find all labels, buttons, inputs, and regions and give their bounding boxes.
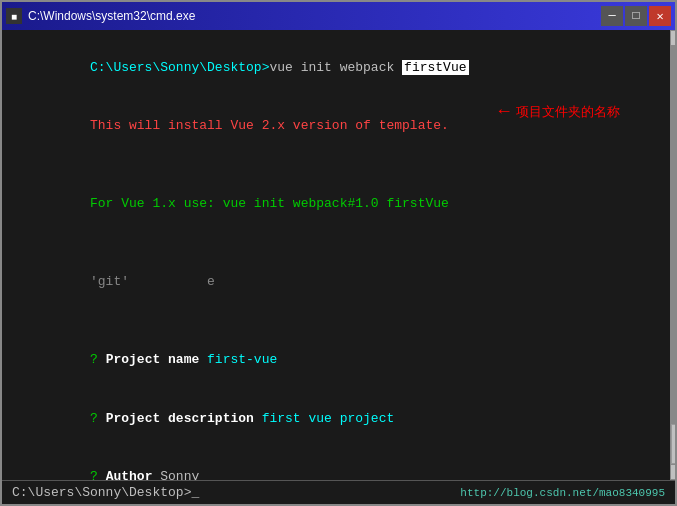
content-area: C:\Users\Sonny\Desktop>vue init webpack …	[2, 30, 675, 480]
statusbar-prompt: C:\Users\Sonny\Desktop>_	[12, 485, 199, 500]
empty-line-2	[12, 233, 660, 253]
author-label: Author	[106, 469, 161, 480]
scroll-down-arrow[interactable]: ▼	[670, 464, 675, 480]
close-button[interactable]: ✕	[649, 6, 671, 26]
scrollbar[interactable]: ▲ ▼	[670, 30, 675, 480]
proj-name-val: first-vue	[207, 352, 277, 367]
scroll-up-arrow[interactable]: ▲	[670, 30, 675, 46]
author-val: Sonny	[160, 469, 199, 480]
cmd-icon: ■	[6, 8, 22, 24]
git-e: e	[207, 274, 215, 289]
author-line: ? Author Sonny	[12, 448, 660, 481]
firstVue-highlight: firstVue	[402, 60, 468, 75]
prompt-text: C:\Users\Sonny\Desktop>	[90, 60, 269, 75]
q-mark-1: ?	[90, 352, 106, 367]
titlebar-buttons: ─ □ ✕	[601, 6, 671, 26]
annotation: ← 项目文件夹的名称	[499, 98, 620, 125]
vue1x-text: For Vue 1.x use: vue init webpack#1.0 fi…	[90, 196, 449, 211]
window-title: C:\Windows\system32\cmd.exe	[28, 9, 195, 23]
proj-desc-val: first vue project	[262, 411, 395, 426]
maximize-button[interactable]: □	[625, 6, 647, 26]
annotation-text: 项目文件夹的名称	[516, 102, 620, 122]
q-mark-3: ?	[90, 469, 106, 480]
statusbar: C:\Users\Sonny\Desktop>_ http://blog.csd…	[2, 480, 675, 504]
terminal[interactable]: C:\Users\Sonny\Desktop>vue init webpack …	[2, 30, 670, 480]
vue1x-line: For Vue 1.x use: vue init webpack#1.0 fi…	[12, 175, 660, 234]
proj-desc-line: ? Project description first vue project	[12, 389, 660, 448]
cmd-line-1: C:\Users\Sonny\Desktop>vue init webpack …	[12, 38, 660, 97]
q-mark-2: ?	[90, 411, 106, 426]
proj-name-label: Project name	[106, 352, 207, 367]
empty-line-3	[12, 311, 660, 331]
warn-text: This will install Vue 2.x version of tem…	[90, 118, 449, 133]
proj-desc-label: Project description	[106, 411, 262, 426]
titlebar-left: ■ C:\Windows\system32\cmd.exe	[6, 8, 195, 24]
git-text: 'git'	[90, 274, 129, 289]
cmd-text: vue init webpack	[269, 60, 402, 75]
minimize-button[interactable]: ─	[601, 6, 623, 26]
git-spacing	[129, 274, 207, 289]
scrollbar-track[interactable]	[671, 46, 675, 464]
statusbar-url: http://blog.csdn.net/mao8340995	[460, 487, 665, 499]
scrollbar-thumb[interactable]	[671, 424, 675, 464]
empty-line-1	[12, 155, 660, 175]
proj-name-line: ? Project name first-vue	[12, 331, 660, 390]
window: ■ C:\Windows\system32\cmd.exe ─ □ ✕ C:\U…	[0, 0, 677, 506]
terminal-wrapper: C:\Users\Sonny\Desktop>vue init webpack …	[2, 30, 670, 480]
git-line: 'git' e	[12, 253, 660, 312]
arrow-icon: ←	[499, 98, 510, 125]
titlebar: ■ C:\Windows\system32\cmd.exe ─ □ ✕	[2, 2, 675, 30]
